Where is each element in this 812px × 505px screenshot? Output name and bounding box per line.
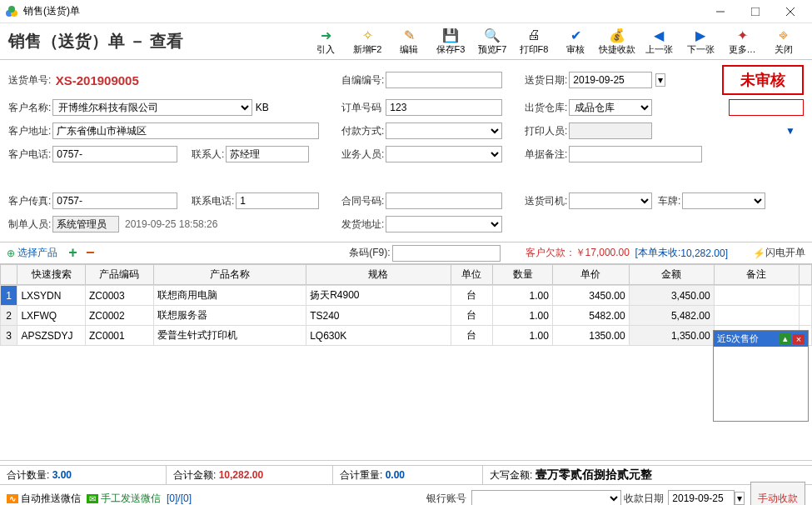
flash-open-button[interactable]: 闪电开单: [765, 246, 805, 260]
self-no-input[interactable]: [386, 72, 502, 88]
bank-label: 银行账号: [426, 492, 468, 506]
cust-fax-label: 客户传真:: [8, 194, 52, 208]
save-button[interactable]: 💾保存F3: [431, 27, 471, 56]
printer-input: [569, 122, 652, 139]
popup-title: 近5次售价: [717, 332, 759, 345]
page-title: 销售（送货）单 － 查看: [8, 30, 306, 52]
preview-button[interactable]: 🔍预览F7: [472, 27, 512, 56]
col-header[interactable]: [799, 265, 811, 285]
import-icon: ➜: [321, 27, 331, 43]
col-header[interactable]: 规格: [306, 265, 451, 285]
contact-input[interactable]: [226, 146, 309, 162]
audit-stamp: 未审核: [722, 65, 804, 95]
warehouse-label: 出货仓库:: [525, 101, 569, 115]
remark-input[interactable]: [569, 146, 702, 162]
warehouse-select[interactable]: 成品仓库: [569, 99, 652, 116]
remove-row-icon[interactable]: −: [86, 244, 95, 262]
doc-no: XS-201909005: [56, 73, 139, 88]
expand-toggle-icon[interactable]: ▼: [785, 125, 795, 137]
manual-wechat-button[interactable]: 手工发送微信: [101, 492, 161, 506]
cust-fax-input[interactable]: [52, 192, 177, 209]
tot-amt-label: 合计金额:: [173, 468, 216, 482]
cn-amt: 壹万零贰佰捌拾贰元整: [536, 468, 652, 482]
import-button[interactable]: ➜引入: [306, 27, 346, 56]
cust-name-label: 客户名称:: [8, 101, 52, 115]
contact-label: 联系人:: [192, 148, 226, 162]
plate-select[interactable]: [682, 192, 765, 209]
recv-date-input[interactable]: [668, 490, 735, 505]
cn-label: 大写金额:: [490, 468, 532, 482]
edit-icon: ✎: [404, 27, 415, 43]
cust-name-select[interactable]: 开博维尔科技有限公司: [52, 99, 252, 116]
col-header[interactable]: [1, 265, 17, 285]
tot-amt: 10,282.00: [219, 469, 263, 481]
audit-button[interactable]: ✔审核: [555, 27, 595, 56]
contract-input[interactable]: [386, 192, 502, 209]
popup-close-icon[interactable]: ×: [793, 334, 805, 344]
more-icon: ✦: [737, 27, 748, 43]
order-no-input[interactable]: [386, 99, 502, 116]
svg-rect-4: [751, 8, 760, 16]
tot-wt-label: 合计重量:: [340, 468, 382, 482]
barcode-label: 条码(F9):: [349, 246, 391, 260]
calendar-icon-2[interactable]: ▾: [735, 492, 745, 505]
prev-icon: ◀: [654, 27, 664, 43]
cust-tel-input[interactable]: [52, 146, 177, 162]
driver-select[interactable]: [569, 192, 652, 209]
col-header[interactable]: 快速搜索: [17, 265, 86, 285]
barcode-input[interactable]: [392, 245, 501, 262]
col-header[interactable]: 单位: [451, 265, 493, 285]
cust-addr-input[interactable]: [52, 122, 319, 139]
manual-recv-button[interactable]: 手动收款: [750, 482, 805, 505]
edit-button[interactable]: ✎编辑: [389, 27, 429, 56]
popup-min-icon[interactable]: ▴: [780, 333, 791, 344]
table-row[interactable]: 2LXFWQZC0002联想服务器TS240台1.005482.005,482.…: [1, 306, 812, 326]
print-button[interactable]: 🖨打印F8: [514, 27, 554, 56]
calendar-icon[interactable]: ▾: [655, 73, 665, 87]
sales-select[interactable]: [386, 146, 502, 162]
wechat-icon: ✉: [87, 494, 98, 503]
quickpay-button[interactable]: 💰快捷收款: [597, 27, 637, 56]
col-header[interactable]: 金额: [629, 265, 714, 285]
svg-point-2: [8, 6, 15, 12]
bank-select[interactable]: [471, 490, 621, 505]
col-header[interactable]: 数量: [493, 265, 552, 285]
cart-icon: ⊕: [7, 248, 15, 259]
pay-method-label: 付款方式:: [341, 124, 386, 138]
print-icon: 🖨: [527, 27, 541, 43]
delivery-addr-select[interactable]: [386, 216, 502, 232]
contact-tel-input[interactable]: [236, 192, 319, 209]
plate-label: 车牌:: [658, 194, 682, 208]
col-header[interactable]: 单价: [552, 265, 629, 285]
rss-icon: ∿: [7, 494, 18, 503]
maximize-button[interactable]: [739, 2, 772, 21]
next-button[interactable]: ▶下一张: [680, 27, 720, 56]
table-row[interactable]: 3APSZSDYJZC0001爱普生针式打印机LQ630K台1.001350.0…: [1, 326, 812, 346]
table-row[interactable]: 1LXSYDNZC0003联想商用电脑扬天R4900台1.003450.003,…: [1, 286, 812, 306]
pay-method-select[interactable]: [386, 122, 502, 139]
debt-amount: ￥17,000.00: [575, 246, 630, 260]
add-row-icon[interactable]: +: [68, 244, 77, 262]
col-header[interactable]: 产品名称: [153, 265, 306, 285]
new-button[interactable]: ✧新增F2: [347, 27, 387, 56]
cust-code: KB: [256, 102, 269, 113]
tot-qty: 3.00: [52, 469, 72, 481]
minimize-button[interactable]: [704, 2, 737, 21]
red-box: [729, 99, 804, 116]
quickpay-icon: 💰: [609, 27, 625, 43]
tot-qty-label: 合计数量:: [7, 468, 49, 482]
close-button[interactable]: [774, 2, 807, 21]
prev-button[interactable]: ◀上一张: [639, 27, 679, 56]
printer-label: 打印人员:: [525, 124, 569, 138]
col-header[interactable]: 备注: [714, 265, 799, 285]
cust-addr-label: 客户地址:: [8, 124, 52, 138]
wechat-count: [0]/[0]: [167, 492, 192, 504]
close-button[interactable]: ⎆关闭: [764, 27, 804, 56]
self-no-label: 自编编号:: [341, 73, 386, 88]
order-no-label: 订单号码: [341, 101, 383, 115]
col-header[interactable]: 产品编码: [85, 265, 153, 285]
ship-date-input[interactable]: [569, 72, 652, 88]
more-button[interactable]: ✦更多…: [722, 27, 762, 56]
new-icon: ✧: [362, 27, 373, 43]
select-product-button[interactable]: ⊕选择产品: [7, 246, 57, 260]
